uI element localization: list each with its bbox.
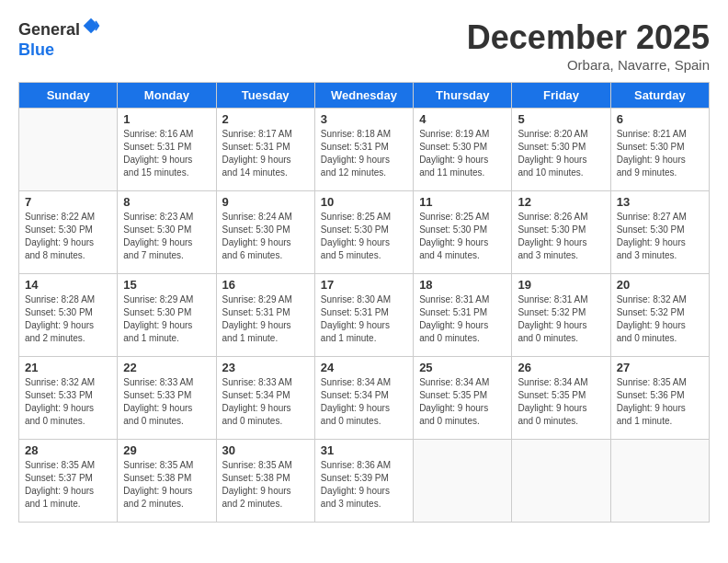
calendar-cell: 23Sunrise: 8:33 AM Sunset: 5:34 PM Dayli… xyxy=(216,357,314,440)
calendar-cell xyxy=(512,440,610,523)
day-info: Sunrise: 8:21 AM Sunset: 5:30 PM Dayligh… xyxy=(617,128,703,179)
calendar-cell: 24Sunrise: 8:34 AM Sunset: 5:34 PM Dayli… xyxy=(314,357,413,440)
calendar-cell: 9Sunrise: 8:24 AM Sunset: 5:30 PM Daylig… xyxy=(216,191,314,274)
calendar-cell: 12Sunrise: 8:26 AM Sunset: 5:30 PM Dayli… xyxy=(512,191,610,274)
week-row-1: 1Sunrise: 8:16 AM Sunset: 5:31 PM Daylig… xyxy=(19,109,710,191)
calendar-cell: 28Sunrise: 8:35 AM Sunset: 5:37 PM Dayli… xyxy=(19,440,118,523)
page-header: General Blue December 2025 Orbara, Navar… xyxy=(18,18,710,73)
weekday-header-row: SundayMondayTuesdayWednesdayThursdayFrid… xyxy=(19,83,710,109)
day-info: Sunrise: 8:20 AM Sunset: 5:30 PM Dayligh… xyxy=(518,128,604,179)
title-block: December 2025 Orbara, Navarre, Spain xyxy=(467,18,710,73)
day-info: Sunrise: 8:19 AM Sunset: 5:30 PM Dayligh… xyxy=(419,128,506,179)
day-number: 17 xyxy=(321,278,407,292)
day-number: 15 xyxy=(123,278,210,292)
day-info: Sunrise: 8:35 AM Sunset: 5:38 PM Dayligh… xyxy=(222,459,309,511)
weekday-tuesday: Tuesday xyxy=(216,83,314,109)
calendar-cell: 20Sunrise: 8:32 AM Sunset: 5:32 PM Dayli… xyxy=(610,274,709,357)
day-number: 7 xyxy=(25,195,111,209)
calendar-cell: 14Sunrise: 8:28 AM Sunset: 5:30 PM Dayli… xyxy=(19,274,118,357)
logo-text: General xyxy=(18,18,100,40)
weekday-sunday: Sunday xyxy=(19,83,118,109)
calendar-cell: 29Sunrise: 8:35 AM Sunset: 5:38 PM Dayli… xyxy=(118,440,216,523)
day-info: Sunrise: 8:22 AM Sunset: 5:30 PM Dayligh… xyxy=(25,211,111,262)
day-number: 6 xyxy=(617,112,703,126)
day-number: 26 xyxy=(518,361,604,374)
day-info: Sunrise: 8:34 AM Sunset: 5:35 PM Dayligh… xyxy=(419,376,506,428)
calendar-cell: 18Sunrise: 8:31 AM Sunset: 5:31 PM Dayli… xyxy=(414,274,512,357)
day-info: Sunrise: 8:28 AM Sunset: 5:30 PM Dayligh… xyxy=(25,293,111,345)
calendar-cell: 25Sunrise: 8:34 AM Sunset: 5:35 PM Dayli… xyxy=(414,357,512,440)
calendar-cell: 21Sunrise: 8:32 AM Sunset: 5:33 PM Dayli… xyxy=(19,357,118,440)
day-info: Sunrise: 8:18 AM Sunset: 5:31 PM Dayligh… xyxy=(321,128,407,179)
day-number: 19 xyxy=(518,278,604,292)
day-info: Sunrise: 8:33 AM Sunset: 5:34 PM Dayligh… xyxy=(222,376,309,428)
month-title: December 2025 xyxy=(467,18,710,57)
day-number: 23 xyxy=(222,361,309,374)
day-info: Sunrise: 8:34 AM Sunset: 5:35 PM Dayligh… xyxy=(518,376,604,428)
weekday-thursday: Thursday xyxy=(414,83,512,109)
calendar-cell: 16Sunrise: 8:29 AM Sunset: 5:31 PM Dayli… xyxy=(216,274,314,357)
day-info: Sunrise: 8:35 AM Sunset: 5:36 PM Dayligh… xyxy=(617,376,703,428)
day-number: 25 xyxy=(419,361,506,374)
day-number: 16 xyxy=(222,278,309,292)
weekday-wednesday: Wednesday xyxy=(314,83,413,109)
day-info: Sunrise: 8:32 AM Sunset: 5:33 PM Dayligh… xyxy=(25,376,111,428)
day-info: Sunrise: 8:33 AM Sunset: 5:33 PM Dayligh… xyxy=(123,376,210,428)
day-info: Sunrise: 8:32 AM Sunset: 5:32 PM Dayligh… xyxy=(617,293,703,345)
logo: General Blue xyxy=(18,18,100,60)
calendar-cell xyxy=(19,109,118,191)
day-info: Sunrise: 8:26 AM Sunset: 5:30 PM Dayligh… xyxy=(518,211,604,262)
day-info: Sunrise: 8:34 AM Sunset: 5:34 PM Dayligh… xyxy=(321,376,407,428)
calendar-table: SundayMondayTuesdayWednesdayThursdayFrid… xyxy=(18,82,710,523)
calendar-cell: 7Sunrise: 8:22 AM Sunset: 5:30 PM Daylig… xyxy=(19,191,118,274)
week-row-5: 28Sunrise: 8:35 AM Sunset: 5:37 PM Dayli… xyxy=(19,440,710,523)
calendar-cell: 11Sunrise: 8:25 AM Sunset: 5:30 PM Dayli… xyxy=(414,191,512,274)
day-info: Sunrise: 8:31 AM Sunset: 5:31 PM Dayligh… xyxy=(419,293,506,345)
day-info: Sunrise: 8:30 AM Sunset: 5:31 PM Dayligh… xyxy=(321,293,407,345)
day-number: 24 xyxy=(321,361,407,374)
calendar-cell xyxy=(610,440,709,523)
day-info: Sunrise: 8:29 AM Sunset: 5:31 PM Dayligh… xyxy=(222,293,309,345)
day-number: 1 xyxy=(123,112,210,126)
day-number: 4 xyxy=(419,112,506,126)
week-row-2: 7Sunrise: 8:22 AM Sunset: 5:30 PM Daylig… xyxy=(19,191,710,274)
day-number: 10 xyxy=(321,195,407,209)
day-number: 14 xyxy=(25,278,111,292)
day-number: 21 xyxy=(25,361,111,374)
calendar-cell: 30Sunrise: 8:35 AM Sunset: 5:38 PM Dayli… xyxy=(216,440,314,523)
calendar-cell: 1Sunrise: 8:16 AM Sunset: 5:31 PM Daylig… xyxy=(118,109,216,191)
calendar-cell: 27Sunrise: 8:35 AM Sunset: 5:36 PM Dayli… xyxy=(610,357,709,440)
day-info: Sunrise: 8:17 AM Sunset: 5:31 PM Dayligh… xyxy=(222,128,309,179)
calendar-cell: 5Sunrise: 8:20 AM Sunset: 5:30 PM Daylig… xyxy=(512,109,610,191)
day-info: Sunrise: 8:23 AM Sunset: 5:30 PM Dayligh… xyxy=(123,211,210,262)
calendar-cell: 10Sunrise: 8:25 AM Sunset: 5:30 PM Dayli… xyxy=(314,191,413,274)
day-number: 5 xyxy=(518,112,604,126)
day-number: 8 xyxy=(123,195,210,209)
calendar-cell: 13Sunrise: 8:27 AM Sunset: 5:30 PM Dayli… xyxy=(610,191,709,274)
calendar-cell: 8Sunrise: 8:23 AM Sunset: 5:30 PM Daylig… xyxy=(118,191,216,274)
day-number: 22 xyxy=(123,361,210,374)
weekday-friday: Friday xyxy=(512,83,610,109)
day-number: 28 xyxy=(25,443,111,457)
calendar-cell: 19Sunrise: 8:31 AM Sunset: 5:32 PM Dayli… xyxy=(512,274,610,357)
day-number: 31 xyxy=(321,443,407,457)
day-info: Sunrise: 8:35 AM Sunset: 5:37 PM Dayligh… xyxy=(25,459,111,511)
calendar-cell: 31Sunrise: 8:36 AM Sunset: 5:39 PM Dayli… xyxy=(314,440,413,523)
weekday-saturday: Saturday xyxy=(610,83,709,109)
day-info: Sunrise: 8:36 AM Sunset: 5:39 PM Dayligh… xyxy=(321,459,407,511)
day-info: Sunrise: 8:29 AM Sunset: 5:30 PM Dayligh… xyxy=(123,293,210,345)
day-info: Sunrise: 8:35 AM Sunset: 5:38 PM Dayligh… xyxy=(123,459,210,511)
calendar-cell: 17Sunrise: 8:30 AM Sunset: 5:31 PM Dayli… xyxy=(314,274,413,357)
week-row-3: 14Sunrise: 8:28 AM Sunset: 5:30 PM Dayli… xyxy=(19,274,710,357)
calendar-cell: 2Sunrise: 8:17 AM Sunset: 5:31 PM Daylig… xyxy=(216,109,314,191)
calendar-cell: 6Sunrise: 8:21 AM Sunset: 5:30 PM Daylig… xyxy=(610,109,709,191)
day-number: 18 xyxy=(419,278,506,292)
day-info: Sunrise: 8:27 AM Sunset: 5:30 PM Dayligh… xyxy=(617,211,703,262)
logo-blue: Blue xyxy=(18,40,100,60)
calendar-body: 1Sunrise: 8:16 AM Sunset: 5:31 PM Daylig… xyxy=(19,109,710,523)
calendar-cell: 26Sunrise: 8:34 AM Sunset: 5:35 PM Dayli… xyxy=(512,357,610,440)
day-number: 20 xyxy=(617,278,703,292)
calendar-cell: 22Sunrise: 8:33 AM Sunset: 5:33 PM Dayli… xyxy=(118,357,216,440)
calendar-cell xyxy=(414,440,512,523)
day-number: 9 xyxy=(222,195,309,209)
